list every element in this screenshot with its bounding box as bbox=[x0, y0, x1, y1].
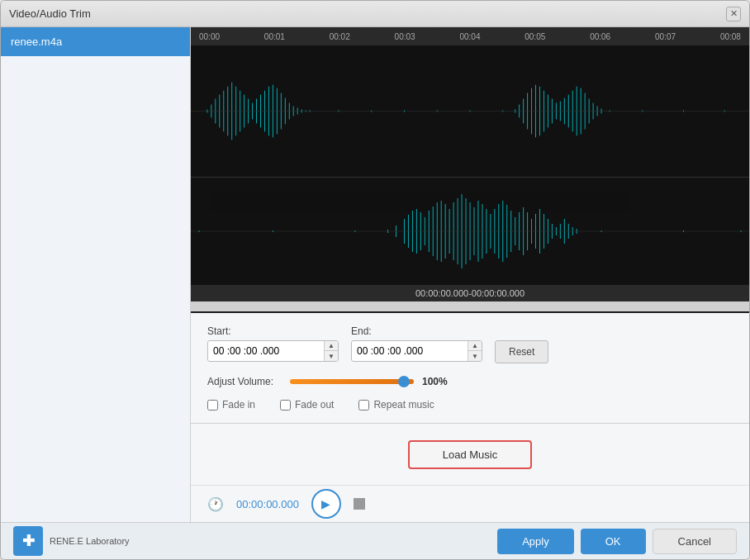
waveform-bottom[interactable] bbox=[191, 178, 749, 285]
logo-text: RENE.E Laboratory bbox=[50, 535, 130, 547]
footer: ✚ RENE.E Laboratory Apply OK Cancel bbox=[1, 522, 749, 559]
checkboxes-row: Fade in Fade out Repeat music bbox=[207, 399, 733, 411]
window-title: Video/Audio Trim bbox=[9, 7, 726, 20]
play-button[interactable]: ▶ bbox=[311, 489, 341, 519]
scrollbar[interactable] bbox=[191, 301, 749, 311]
timeline-labels: 00:00 00:01 00:02 00:03 00:04 00:05 00:0… bbox=[195, 32, 745, 41]
timeline-label-5: 00:05 bbox=[525, 32, 545, 41]
timeline-label-0: 00:00 bbox=[199, 32, 220, 41]
apply-button[interactable]: Apply bbox=[497, 529, 574, 554]
clock-icon: 🕐 bbox=[207, 496, 224, 512]
fade-in-label: Fade in bbox=[222, 399, 255, 411]
end-spin-buttons: ▲ ▼ bbox=[468, 341, 482, 361]
end-input-container: ▲ ▼ bbox=[351, 340, 482, 362]
end-label: End: bbox=[351, 325, 482, 337]
playback-time: 00:00:00.000 bbox=[236, 498, 299, 510]
waveform-area: 00:00 00:01 00:02 00:03 00:04 00:05 00:0… bbox=[191, 27, 749, 313]
repeat-music-item: Repeat music bbox=[358, 399, 434, 411]
start-field: Start: ▲ ▼ bbox=[207, 325, 339, 362]
close-button[interactable]: ✕ bbox=[726, 7, 741, 21]
timeline-label-3: 00:03 bbox=[395, 32, 415, 41]
ok-button[interactable]: OK bbox=[581, 529, 646, 554]
volume-thumb[interactable] bbox=[398, 376, 410, 387]
fade-out-checkbox[interactable] bbox=[280, 400, 291, 411]
footer-buttons: Apply OK Cancel bbox=[497, 529, 737, 554]
load-music-button[interactable]: Load Music bbox=[408, 440, 532, 469]
fade-in-item: Fade in bbox=[207, 399, 255, 411]
timeline-label-2: 00:02 bbox=[330, 32, 350, 41]
sidebar-item-file[interactable]: renee.m4a bbox=[1, 27, 190, 56]
logo-icon: ✚ bbox=[13, 526, 43, 556]
end-field: End: ▲ ▼ bbox=[351, 325, 482, 362]
repeat-music-label: Repeat music bbox=[373, 399, 434, 411]
start-input[interactable] bbox=[208, 342, 324, 360]
timeline-label-4: 00:04 bbox=[459, 32, 480, 41]
sidebar: renee.m4a bbox=[1, 27, 191, 522]
time-range-text: 00:00:00.000-00:00:00.000 bbox=[415, 288, 525, 298]
start-spin-up[interactable]: ▲ bbox=[325, 341, 338, 351]
title-bar: Video/Audio Trim ✕ bbox=[1, 1, 749, 27]
right-panel: 00:00 00:01 00:02 00:03 00:04 00:05 00:0… bbox=[191, 27, 749, 522]
fade-in-checkbox[interactable] bbox=[207, 400, 218, 411]
timeline-label-7: 00:07 bbox=[655, 32, 676, 41]
playback-row: 🕐 00:00:00.000 ▶ bbox=[191, 485, 749, 522]
start-label: Start: bbox=[207, 325, 339, 337]
volume-label: Adjust Volume: bbox=[207, 376, 282, 387]
footer-logo: ✚ RENE.E Laboratory bbox=[13, 526, 130, 556]
volume-slider[interactable] bbox=[290, 379, 414, 384]
timeline: 00:00 00:01 00:02 00:03 00:04 00:05 00:0… bbox=[191, 27, 749, 45]
bottom-bar: Load Music 🕐 00:00:00.000 ▶ bbox=[191, 423, 749, 522]
start-spin-buttons: ▲ ▼ bbox=[324, 341, 338, 361]
volume-track bbox=[290, 379, 414, 384]
stop-button[interactable] bbox=[354, 498, 365, 510]
timeline-label-1: 00:01 bbox=[264, 32, 285, 41]
time-controls: Start: ▲ ▼ End: bbox=[207, 325, 733, 363]
load-music-area: Load Music bbox=[191, 424, 749, 485]
start-input-container: ▲ ▼ bbox=[207, 340, 339, 362]
volume-row: Adjust Volume: 100% bbox=[207, 376, 733, 387]
cancel-button[interactable]: Cancel bbox=[653, 529, 737, 554]
end-spin-down[interactable]: ▼ bbox=[468, 351, 482, 361]
waveform-top[interactable] bbox=[191, 45, 749, 178]
timeline-label-6: 00:06 bbox=[590, 32, 610, 41]
fade-out-item: Fade out bbox=[280, 399, 334, 411]
fade-out-label: Fade out bbox=[295, 399, 334, 411]
volume-value: 100% bbox=[422, 376, 448, 387]
end-input[interactable] bbox=[352, 342, 468, 360]
timeline-label-8: 00:08 bbox=[720, 32, 741, 41]
end-spin-up[interactable]: ▲ bbox=[468, 341, 482, 351]
repeat-music-checkbox[interactable] bbox=[358, 400, 369, 411]
reset-button[interactable]: Reset bbox=[495, 340, 548, 363]
start-spin-down[interactable]: ▼ bbox=[325, 351, 338, 361]
time-indicator: 00:00:00.000-00:00:00.000 bbox=[191, 285, 749, 301]
controls-panel: Start: ▲ ▼ End: bbox=[191, 313, 749, 423]
